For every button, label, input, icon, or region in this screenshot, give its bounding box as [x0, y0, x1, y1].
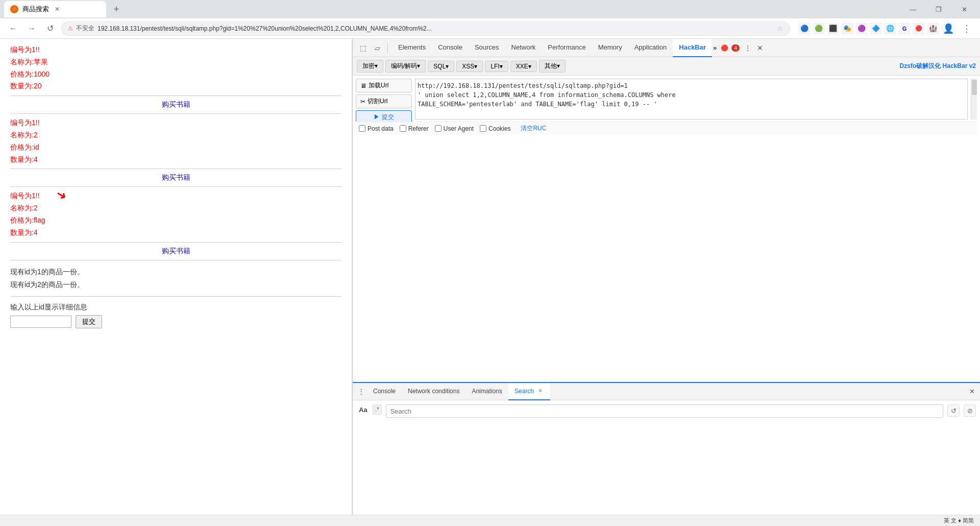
- error-badge: 4: [731, 44, 740, 52]
- product-1-line2: 名称为:苹果: [10, 56, 341, 68]
- tab-network[interactable]: Network: [505, 39, 542, 57]
- devtools-settings-button[interactable]: ⋮: [742, 42, 754, 54]
- ext-icon-1[interactable]: 🔵: [798, 22, 811, 35]
- clear-ruc-button[interactable]: 清空RUC: [521, 124, 546, 133]
- lfi-menu[interactable]: LFI▾: [485, 61, 508, 72]
- tab-close-button[interactable]: ✕: [53, 5, 61, 13]
- status-text: 现有id为1的商品一份。 现有id为2的商品一份。: [10, 266, 341, 291]
- status-bar: 英 文 ♦ 简简: [0, 515, 980, 526]
- search-regex-toggle[interactable]: .*: [373, 404, 382, 415]
- divider-2: [10, 113, 341, 114]
- tab-memory[interactable]: Memory: [592, 39, 628, 57]
- close-button[interactable]: ✕: [952, 2, 976, 17]
- load-icon: 🖥: [360, 82, 366, 89]
- inspect-icon[interactable]: ⬚: [357, 42, 369, 54]
- input-section: 输入以上id显示详细信息 提交: [10, 303, 341, 328]
- product-2-info: 编号为1!! 名称为:2 价格为:id 数量为:4: [10, 117, 341, 165]
- ext-icon-8[interactable]: G: [898, 22, 911, 35]
- divider-7: [10, 296, 341, 297]
- content-area: 编号为1!! 名称为:苹果 价格为:1000 数量为:20 购买书籍 编号为1!…: [0, 39, 980, 515]
- drawer-menu-button[interactable]: ⋮: [355, 386, 367, 398]
- page-submit-button[interactable]: 提交: [76, 315, 102, 328]
- security-label: 不安全: [76, 24, 94, 33]
- tab-performance[interactable]: Performance: [542, 39, 592, 57]
- other-menu[interactable]: 其他▾: [539, 60, 566, 73]
- search-options: Aa .*: [357, 404, 382, 415]
- ext-icon-9[interactable]: 🔴: [913, 22, 925, 35]
- url-textarea[interactable]: http://192.168.18.131/pentest/test/sqli/…: [415, 79, 968, 119]
- url-text[interactable]: 192.168.18.131/pentest/test/sqli/sqltamp…: [97, 25, 774, 32]
- search-tab-close[interactable]: ✕: [537, 388, 544, 395]
- minimize-button[interactable]: —: [901, 2, 925, 17]
- ext-icon-4[interactable]: 🎭: [841, 22, 853, 35]
- devtools-dock-icons: ⬚ ▱: [355, 42, 392, 54]
- hackbar-brand: Dzsfo破解汉化 HackBar v2: [900, 62, 976, 70]
- buy-link-3[interactable]: 购买书籍: [10, 247, 341, 256]
- drawer-tab-network-conditions[interactable]: Network conditions: [402, 383, 465, 400]
- xxe-menu[interactable]: XXE▾: [510, 61, 537, 72]
- drawer-tab-animations[interactable]: Animations: [465, 383, 508, 400]
- device-icon[interactable]: ▱: [371, 42, 383, 54]
- ext-icon-2[interactable]: 🟢: [813, 22, 825, 35]
- product-1-line1: 编号为1!!: [10, 44, 341, 56]
- ext-icon-3[interactable]: ⬛: [827, 22, 839, 35]
- referer-checkbox[interactable]: Referer: [400, 125, 429, 132]
- error-area: 🔴 4: [721, 44, 740, 52]
- forward-button[interactable]: →: [24, 21, 39, 36]
- load-url-button[interactable]: 🖥 加载Url: [356, 79, 412, 92]
- tab-hackbar[interactable]: HackBar: [673, 39, 712, 57]
- back-button[interactable]: ←: [6, 21, 20, 36]
- search-clear-button[interactable]: ⊘: [964, 404, 976, 417]
- sql-menu[interactable]: SQL▾: [428, 61, 454, 72]
- ext-icon-6[interactable]: 🔷: [870, 22, 882, 35]
- search-refresh-button[interactable]: ↺: [947, 404, 960, 417]
- xss-menu[interactable]: XSS▾: [456, 61, 483, 72]
- post-data-checkbox[interactable]: Post data: [359, 125, 394, 132]
- hackbar-actions: 🖥 加载Url ✂ 切割Url ▶ 提交: [356, 79, 412, 119]
- url-scrollbar[interactable]: [971, 79, 977, 119]
- tab-elements[interactable]: Elements: [392, 39, 432, 57]
- active-tab[interactable]: 🛒 商品搜索 ✕: [4, 1, 106, 17]
- search-case-toggle[interactable]: Aa: [357, 405, 370, 415]
- url-bar[interactable]: ⚠ 不安全 192.168.18.131/pentest/test/sqli/s…: [61, 21, 790, 36]
- bookmark-icon[interactable]: ☆: [777, 25, 783, 33]
- user-agent-checkbox[interactable]: User Agent: [435, 125, 474, 132]
- ext-icon-7[interactable]: 🌐: [884, 22, 896, 35]
- profile-icon[interactable]: 👤: [941, 21, 955, 36]
- product-3-info: 编号为1!! 名称为:2 价格为:flag 数量为:4 ➜: [10, 190, 341, 238]
- ext-icon-5[interactable]: 🟣: [855, 22, 868, 35]
- browser-window: 🛒 商品搜索 ✕ + — ❐ ✕ ← → ↺ ⚠ 不安全 192.168.18.…: [0, 0, 980, 526]
- cookies-checkbox[interactable]: Cookies: [480, 125, 510, 132]
- search-input[interactable]: [386, 404, 943, 418]
- reload-button[interactable]: ↺: [43, 21, 57, 36]
- tab-console[interactable]: Console: [432, 39, 469, 57]
- devtools-close-button[interactable]: ✕: [754, 42, 766, 54]
- buy-link-1[interactable]: 购买书籍: [10, 100, 341, 109]
- drawer-tab-console[interactable]: Console: [367, 383, 402, 400]
- buy-link-2[interactable]: 购买书籍: [10, 173, 341, 182]
- browser-menu-button[interactable]: ⋮: [960, 21, 974, 36]
- drawer-tab-search[interactable]: Search ✕: [508, 383, 550, 400]
- more-tabs-button[interactable]: »: [713, 44, 717, 52]
- input-label: 输入以上id显示详细信息: [10, 303, 341, 312]
- ext-icon-10[interactable]: 🏰: [927, 22, 939, 35]
- id-input[interactable]: [10, 316, 71, 328]
- split-url-button[interactable]: ✂ 切割Url: [356, 94, 412, 108]
- new-tab-button[interactable]: +: [109, 2, 124, 16]
- product-3-line3: 价格为:flag: [10, 214, 341, 227]
- maximize-button[interactable]: ❐: [927, 2, 950, 17]
- status-line-2: 现有id为2的商品一份。: [10, 278, 341, 291]
- tab-sources[interactable]: Sources: [469, 39, 505, 57]
- drawer-search-content: Aa .* ↺ ⊘: [353, 400, 980, 515]
- hackbar-options: Post data Referer User Agent Cookies 清: [356, 122, 977, 135]
- product-1-info: 编号为1!! 名称为:苹果 价格为:1000 数量为:20: [10, 44, 341, 92]
- tab-application[interactable]: Application: [628, 39, 673, 57]
- status-bar-text: 英 文 ♦ 简简: [944, 517, 974, 524]
- encode-menu[interactable]: 编码/解码▾: [385, 60, 426, 73]
- drawer-close-button[interactable]: ✕: [966, 386, 978, 398]
- bottom-drawer: ⋮ Console Network conditions Animations …: [353, 382, 980, 515]
- security-icon: ⚠: [68, 25, 73, 32]
- product-1-line3: 价格为:1000: [10, 68, 341, 81]
- divider-6: [10, 260, 341, 260]
- encrypt-menu[interactable]: 加密▾: [357, 60, 383, 73]
